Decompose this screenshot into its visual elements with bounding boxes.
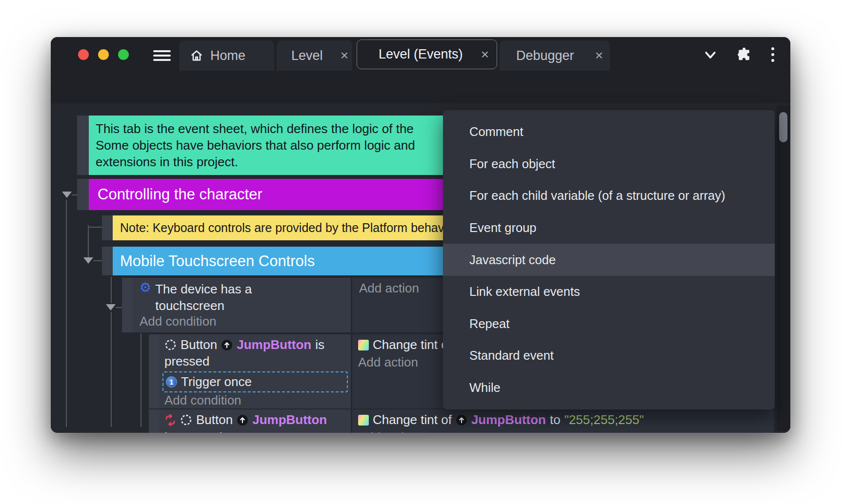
close-tab-icon[interactable]: ×	[477, 47, 497, 62]
add-event-context-menu: Comment For each object For each child v…	[443, 110, 775, 409]
close-tab-icon[interactable]: ×	[591, 48, 610, 63]
close-tab-icon[interactable]: ×	[337, 48, 352, 63]
add-condition-link[interactable]: Add condition	[164, 393, 241, 408]
app-window: Home Level × Level (Events) × Debugger ×	[51, 37, 790, 433]
tab-level-events[interactable]: Level (Events) ×	[357, 39, 497, 69]
jumpbutton-object-icon	[237, 414, 248, 426]
tab-label: Home	[210, 48, 245, 63]
menu-item-comment[interactable]: Comment	[443, 116, 775, 148]
tab-label: Level (Events)	[379, 47, 463, 62]
touch-object-icon	[164, 339, 177, 351]
comment-line: extensions in this project.	[96, 154, 415, 170]
touch-object-icon	[180, 414, 192, 426]
object-name: JumpButton	[252, 412, 327, 427]
main-menu-button[interactable]	[153, 50, 171, 61]
more-options-kebab-icon[interactable]	[771, 47, 774, 62]
condition-tail-wrap: pressed	[164, 354, 210, 369]
note-text: Note: Keyboard controls are provided by …	[120, 221, 458, 235]
tab-level[interactable]: Level ×	[277, 40, 352, 71]
tab-label: Level	[291, 48, 323, 63]
toolbar: Preview Publish	[51, 71, 790, 103]
trigger-once-icon: 1	[166, 376, 177, 388]
add-action-link[interactable]: Add action	[358, 355, 418, 370]
tab-label: Debugger	[516, 48, 574, 63]
tint-rainbow-icon	[358, 340, 369, 350]
title-bar: Home Level × Level (Events) × Debugger ×	[51, 37, 790, 71]
menu-item-while[interactable]: While	[443, 372, 775, 404]
menu-item-event-group[interactable]: Event group	[443, 212, 775, 244]
group-title: Controlling the character	[98, 186, 262, 203]
selected-condition-trigger-once[interactable]: 1 Trigger once	[162, 371, 348, 392]
action-pre: Change tint of	[373, 337, 452, 352]
tab-debugger[interactable]: Debugger ×	[500, 40, 610, 71]
event-actions-cell[interactable]: Change tint of JumpButton to "255;255;25…	[352, 409, 774, 433]
condition-text: Trigger once	[181, 374, 252, 389]
zoom-window-button[interactable]	[118, 49, 129, 60]
collapse-arrow-icon[interactable]	[106, 304, 116, 310]
event-row[interactable]: Button JumpButton is pressed	[160, 409, 351, 433]
system-gear-icon: ⚙	[140, 281, 151, 294]
condition-tail-wrap: is pressed	[164, 430, 222, 433]
menu-item-standard-event[interactable]: Standard event	[443, 340, 775, 372]
close-window-button[interactable]	[78, 49, 89, 60]
collapse-arrow-icon[interactable]	[83, 257, 93, 264]
menu-item-for-each-object[interactable]: For each object	[443, 148, 775, 180]
add-action-link[interactable]: Add action	[358, 430, 418, 433]
invert-condition-icon	[164, 414, 176, 426]
condition-pre: Button	[181, 337, 217, 352]
action-value: "255;255;255"	[564, 412, 644, 427]
chevron-down-icon[interactable]	[703, 49, 718, 61]
tint-rainbow-icon	[358, 415, 369, 426]
condition-pre: Button	[196, 412, 233, 427]
scrollbar-thumb[interactable]	[779, 112, 787, 142]
menu-item-for-each-child-variable[interactable]: For each child variable (of a structure …	[443, 180, 775, 212]
action-change-tint[interactable]: Change tint of JumpButton to "255;255;25…	[358, 412, 644, 427]
scrollbar-track[interactable]	[777, 105, 790, 431]
collapse-arrow-icon[interactable]	[62, 192, 72, 198]
add-condition-link[interactable]: Add condition	[140, 314, 217, 329]
condition-tail: is	[315, 337, 324, 352]
minimize-window-button[interactable]	[98, 49, 109, 60]
addons-puzzle-icon[interactable]	[737, 47, 752, 62]
jumpbutton-object-icon	[221, 339, 233, 351]
object-name: JumpButton	[471, 412, 546, 427]
tab-home[interactable]: Home	[179, 40, 274, 71]
object-name: JumpButton	[237, 337, 311, 352]
home-icon	[190, 49, 203, 62]
menu-item-repeat[interactable]: Repeat	[443, 308, 775, 340]
event-row[interactable]: ⚙ The device has a touchscreen Add condi…	[133, 278, 351, 332]
jumpbutton-object-icon	[456, 414, 467, 426]
comment-line: Some objects have behaviors that also pe…	[96, 137, 415, 154]
event-row[interactable]: Button JumpButton is pressed 1 Trigger o…	[160, 334, 351, 408]
action-pre: Change tint of	[373, 412, 452, 427]
condition-text[interactable]: The device has a touchscreen	[155, 281, 316, 314]
menu-item-javascript-code[interactable]: Javascript code	[443, 244, 775, 276]
action-mid: to	[550, 412, 561, 427]
add-action-link[interactable]: Add action	[359, 281, 419, 296]
group-title: Mobile Touchscreen Controls	[120, 252, 315, 270]
menu-item-link-external-events[interactable]: Link external events	[443, 276, 775, 308]
comment-line: This tab is the event sheet, which defin…	[96, 120, 415, 137]
